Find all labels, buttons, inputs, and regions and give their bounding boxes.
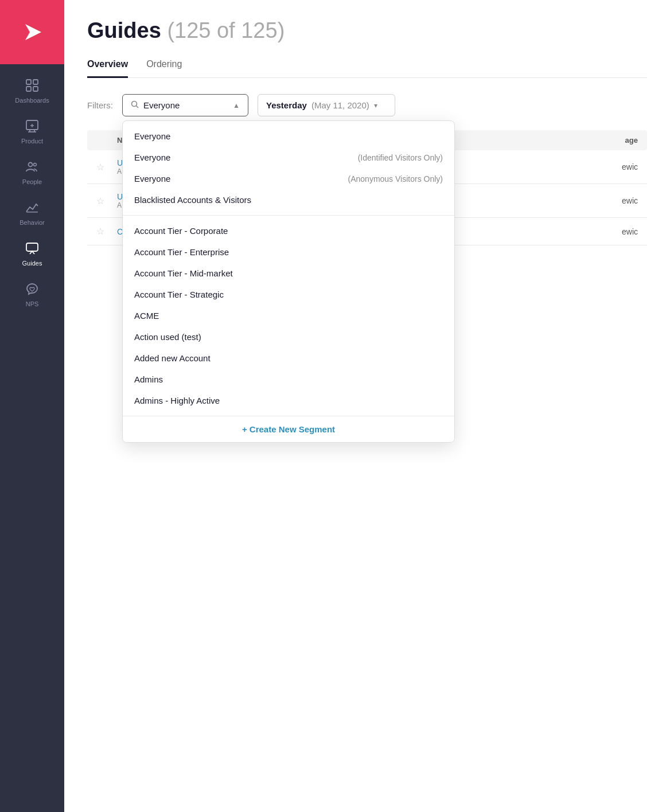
search-icon [131,100,139,110]
guides-icon [26,242,38,256]
product-icon [26,120,38,134]
sidebar-item-label-product: Product [21,138,43,145]
star-icon-2[interactable]: ☆ [96,196,104,206]
dropdown-item-acme[interactable]: ACME [123,305,454,326]
nps-icon [26,283,38,297]
star-col-2: ☆ [96,196,112,206]
dropdown-item-everyone-anonymous[interactable]: Everyone (Anonymous Visitors Only) [123,168,454,189]
sidebar-item-label-people: People [22,178,42,185]
star-icon-1[interactable]: ☆ [96,162,104,172]
segment-dropdown: Everyone Everyone (Identified Visitors O… [122,120,455,443]
dropdown-item-enterprise[interactable]: Account Tier - Enterprise [123,241,454,263]
star-icon-3[interactable]: ☆ [96,227,104,236]
filters-row: Filters: Everyone ▲ [87,94,647,116]
sidebar-item-behavior[interactable]: Behavior [0,193,64,234]
svg-point-6 [29,163,33,167]
filters-label: Filters: [87,100,113,110]
dropdown-section-segments: Account Tier - Corporate Account Tier - … [123,216,454,416]
chevron-down-icon: ▾ [374,102,377,110]
tabs-bar: Overview Ordering [87,59,647,78]
age-col-3: ewic [592,227,638,236]
people-icon [26,161,38,175]
table-col-age: age [592,136,638,145]
sidebar-item-label-nps: NPS [26,300,39,307]
sidebar-item-product[interactable]: Product [0,112,64,153]
svg-line-11 [137,106,139,108]
age-value-2: ewic [622,196,638,205]
tab-ordering[interactable]: Ordering [146,59,182,78]
dropdown-item-everyone[interactable]: Everyone [123,126,454,147]
dashboards-icon [26,79,38,93]
star-col-3: ☆ [96,226,112,237]
sidebar-item-guides[interactable]: Guides [0,234,64,275]
sidebar-item-dashboards[interactable]: Dashboards [0,71,64,112]
segment-filter-container: Everyone ▲ Everyone Everyone (Identified… [122,94,248,116]
svg-rect-4 [33,87,38,91]
svg-rect-1 [26,80,31,84]
segment-filter-dropdown[interactable]: Everyone ▲ [122,94,248,116]
svg-point-10 [132,102,137,107]
dropdown-section-default: Everyone Everyone (Identified Visitors O… [123,121,454,216]
svg-rect-9 [26,243,38,251]
page-count: (125 of 125) [167,18,285,42]
age-col-1: ewic [592,162,638,171]
dropdown-item-blacklisted[interactable]: Blacklisted Accounts & Visitors [123,189,454,210]
svg-marker-0 [25,24,41,40]
logo-icon [20,19,45,45]
date-filter-dropdown[interactable]: Yesterday (May 11, 2020) ▾ [258,94,395,116]
dropdown-item-everyone-identified[interactable]: Everyone (Identified Visitors Only) [123,147,454,168]
sidebar-item-label-behavior: Behavior [20,219,44,226]
svg-rect-2 [33,80,38,84]
sidebar-item-people[interactable]: People [0,153,64,193]
date-sub: (May 11, 2020) [311,100,369,110]
dropdown-item-midmarket[interactable]: Account Tier - Mid-market [123,263,454,284]
main-content: Guides (125 of 125) Overview Ordering Fi… [64,0,670,812]
logo[interactable] [0,0,64,64]
dropdown-item-admins-highly-active[interactable]: Admins - Highly Active [123,390,454,411]
sidebar: Dashboards Product [0,0,64,812]
dropdown-item-action-used[interactable]: Action used (test) [123,326,454,348]
age-value-3: ewic [622,227,638,236]
age-value-1: ewic [622,162,638,171]
dropdown-item-corporate[interactable]: Account Tier - Corporate [123,220,454,241]
segment-filter-value: Everyone [143,100,228,110]
create-segment-button[interactable]: + Create New Segment [123,416,454,442]
svg-rect-3 [26,87,31,91]
sidebar-item-label-dashboards: Dashboards [15,97,49,104]
age-col-2: ewic [592,196,638,205]
page-title: Guides (125 of 125) [87,18,647,43]
svg-rect-8 [26,212,38,213]
content-area: Guides (125 of 125) Overview Ordering Fi… [64,0,670,812]
behavior-icon [26,201,38,216]
sidebar-item-label-guides: Guides [22,260,42,267]
dropdown-item-added-account[interactable]: Added new Account [123,348,454,369]
sidebar-nav: Dashboards Product [0,64,64,315]
table-col-star [96,136,112,145]
dropdown-item-strategic[interactable]: Account Tier - Strategic [123,284,454,305]
chevron-up-icon: ▲ [233,102,240,110]
tab-overview[interactable]: Overview [87,59,128,78]
svg-point-7 [34,163,37,166]
star-col-1: ☆ [96,162,112,173]
dropdown-item-admins[interactable]: Admins [123,369,454,390]
date-label: Yesterday [266,100,307,110]
sidebar-item-nps[interactable]: NPS [0,275,64,315]
